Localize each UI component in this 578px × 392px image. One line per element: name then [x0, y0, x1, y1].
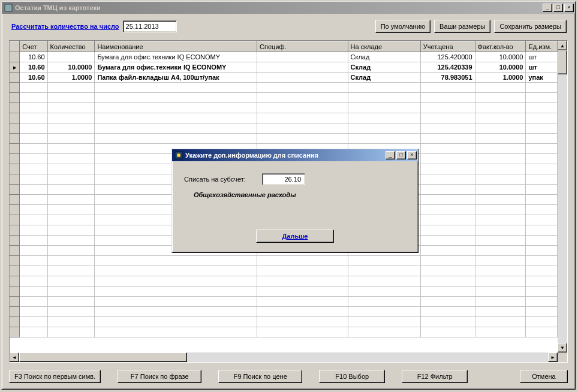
modal-close-button[interactable]: × — [407, 151, 417, 159]
bottom-toolbar: F3 Поиск по первым симв. F7 Поиск по фра… — [9, 370, 568, 383]
modal-minimize-button[interactable]: _ — [386, 151, 395, 159]
scroll-up-icon[interactable]: ▲ — [558, 41, 567, 50]
app-icon — [4, 4, 13, 12]
table-row[interactable] — [10, 307, 558, 317]
scroll-corner — [558, 352, 567, 362]
table-row[interactable] — [10, 276, 558, 287]
table-row[interactable] — [10, 287, 558, 297]
toolbar: Рассчитать количество на число 25.11.201… — [4, 16, 573, 35]
calc-link[interactable]: Рассчитать количество на число — [11, 23, 119, 30]
save-sizes-button[interactable]: Сохранить размеры — [494, 20, 567, 33]
table-row[interactable] — [10, 266, 558, 276]
scroll-thumb-v[interactable] — [558, 50, 567, 74]
your-sizes-button[interactable]: Ваши размеры — [434, 20, 490, 33]
scroll-left-icon[interactable]: ◄ — [10, 352, 19, 362]
horizontal-scrollbar[interactable]: ◄ ► — [10, 352, 558, 362]
scroll-down-icon[interactable]: ▼ — [558, 343, 567, 352]
modal-client: Списать на субсчет: 26.10 Общехозяйствен… — [174, 164, 416, 250]
table-row[interactable]: ▸10.6010.0000Бумага для офис.техники IQ … — [10, 62, 558, 73]
table-row[interactable] — [10, 103, 558, 113]
table-row[interactable] — [10, 327, 558, 337]
scroll-thumb-h[interactable] — [19, 352, 187, 362]
col-fact-qty[interactable]: Факт.кол-во — [475, 41, 526, 52]
table-row[interactable] — [10, 93, 558, 103]
col-unit[interactable]: Ед.изм. — [526, 41, 558, 52]
col-spec[interactable]: Специф. — [257, 41, 348, 52]
f3-search-button[interactable]: F3 Поиск по первым симв. — [9, 370, 101, 383]
f12-filter-button[interactable]: F12 Фильтр — [402, 370, 468, 383]
table-row[interactable] — [10, 113, 558, 123]
col-qty[interactable]: Количество — [47, 41, 95, 52]
table-row[interactable]: 10.601.0000Папка файл-вкладыш А4, 100шт/… — [10, 73, 558, 83]
defaults-button[interactable]: По умолчанию — [375, 20, 431, 33]
modal-titlebar: Укажите доп.информацию для списания _ □ … — [172, 149, 418, 161]
cancel-button[interactable]: Отмена — [520, 370, 568, 383]
header-row: Счет Количество Наименование Специф. На … — [10, 41, 558, 52]
main-title: Остатки ТМЦ из картотеки — [15, 4, 541, 11]
svg-rect-0 — [5, 4, 12, 11]
f7-phrase-button[interactable]: F7 Поиск по фразе — [118, 370, 201, 383]
f9-price-button[interactable]: F9 Поиск по цене — [218, 370, 302, 383]
subaccount-label: Списать на субсчет: — [184, 176, 262, 183]
col-acc-price[interactable]: Учет.цена — [420, 41, 475, 52]
col-warehouse[interactable]: На складе — [348, 41, 420, 52]
subaccount-description: Общехозяйственные расходы — [174, 188, 416, 198]
close-button[interactable]: × — [564, 4, 574, 12]
col-account[interactable]: Счет — [20, 41, 47, 52]
table-row[interactable] — [10, 134, 558, 144]
f10-select-button[interactable]: F10 Выбор — [319, 370, 385, 383]
modal-input-row: Списать на субсчет: 26.10 — [174, 164, 416, 188]
scroll-right-icon[interactable]: ► — [548, 352, 558, 362]
col-marker[interactable] — [10, 41, 20, 52]
minimize-button[interactable]: _ — [543, 4, 552, 12]
svg-point-2 — [177, 153, 180, 157]
vertical-scrollbar[interactable]: ▲ ▼ — [558, 41, 567, 352]
table-row[interactable] — [10, 297, 558, 307]
table-row[interactable] — [10, 256, 558, 266]
table-row[interactable] — [10, 123, 558, 134]
col-name[interactable]: Наименование — [95, 41, 257, 52]
modal-maximize-button[interactable]: □ — [396, 151, 406, 159]
table-row[interactable]: 10.60Бумага для офис.техники IQ ECONOMYС… — [10, 52, 558, 62]
date-input[interactable]: 25.11.2013 — [123, 20, 177, 32]
table-row[interactable] — [10, 83, 558, 93]
next-button[interactable]: Дальше — [256, 230, 334, 243]
table-row[interactable] — [10, 317, 558, 327]
main-titlebar: Остатки ТМЦ из картотеки _ □ × — [2, 2, 575, 14]
modal-title: Укажите доп.информацию для списания — [185, 152, 384, 159]
modal-dialog: Укажите доп.информацию для списания _ □ … — [171, 149, 419, 253]
maximize-button[interactable]: □ — [553, 4, 563, 12]
modal-icon — [174, 151, 183, 159]
subaccount-input[interactable]: 26.10 — [262, 173, 305, 185]
